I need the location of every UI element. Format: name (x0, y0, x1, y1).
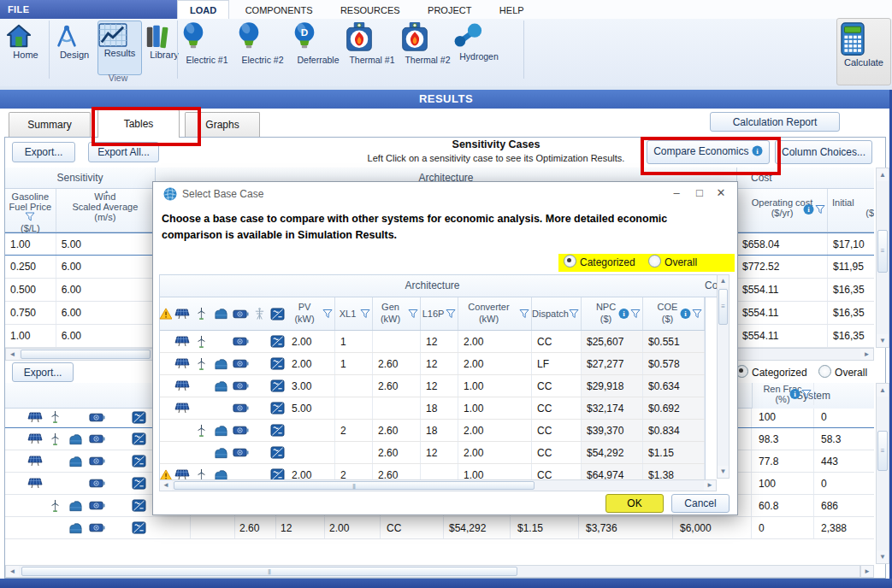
file-menu[interactable]: FILE (0, 0, 177, 19)
cost-row[interactable]: $658.04$17,10 (737, 232, 874, 256)
scroll-up-icon[interactable]: ▲ (718, 275, 729, 287)
scroll-right-icon[interactable]: ► (860, 349, 873, 360)
vertical-scrollbar[interactable]: ▲ ≡ ▼ (876, 168, 889, 348)
compare-economics-button[interactable]: Compare Economics i (647, 140, 770, 164)
scrollbar-thumb[interactable]: ≡ (877, 230, 888, 273)
ok-button[interactable]: OK (605, 494, 664, 513)
sensitivity-row[interactable]: 1.005.00 (5, 232, 155, 256)
gen-column-header[interactable]: Gen(kW) (373, 297, 421, 330)
info-icon[interactable]: i (803, 204, 814, 217)
design-button[interactable]: Design (53, 21, 96, 75)
scroll-left-icon[interactable]: ◄ (160, 480, 172, 491)
horizontal-scrollbar[interactable]: ◄ ⦀ ► (159, 479, 717, 491)
scrollbar-thumb[interactable] (21, 350, 151, 359)
ribbon-tab-components[interactable]: COMPONENTS (233, 1, 325, 20)
cost-row[interactable]: $554.11$16,35 (737, 302, 874, 325)
wind-scaled-average-column-header[interactable]: ▴ Wind Scaled Average (m/s) (56, 189, 155, 232)
hydrogen-load-button[interactable]: Hydrogen (452, 20, 506, 81)
cancel-button[interactable]: Cancel (671, 494, 730, 513)
ribbon-tab-project[interactable]: PROJECT (416, 1, 483, 20)
scroll-right-icon[interactable]: ► (704, 480, 716, 491)
export-button[interactable]: Export... (12, 142, 75, 162)
coe-column-header[interactable]: COE($)i (643, 297, 705, 330)
ribbon-tab-resources[interactable]: RESOURCES (328, 1, 412, 20)
scroll-right-icon[interactable]: ► (861, 566, 873, 577)
converter-column-header[interactable]: Converter(kW) (458, 297, 532, 330)
pv-column-header[interactable]: PV(kW) (287, 297, 335, 330)
scroll-down-icon[interactable]: ▼ (718, 466, 729, 478)
thermal-boiler-icon (400, 21, 455, 54)
results-button[interactable]: Results (97, 21, 142, 75)
scroll-up-icon[interactable]: ▲ (877, 168, 889, 181)
close-icon[interactable]: ✕ (712, 186, 730, 199)
wind-icon (49, 432, 62, 446)
tab-summary[interactable]: Summary (9, 112, 91, 137)
scrollbar-thumb[interactable]: ≡ (877, 431, 888, 471)
gasoline-fuel-price-column-header[interactable]: Gasoline Fuel Price ($/L) (5, 189, 56, 232)
filter-icon[interactable] (25, 213, 35, 223)
converter-icon (270, 379, 285, 392)
thermal2-load-button[interactable]: Thermal #2 (400, 20, 455, 81)
scroll-left-icon[interactable]: ◄ (6, 349, 19, 360)
vertical-scrollbar[interactable]: ▲ ≡ ▼ (717, 274, 730, 479)
ren-frac-column-header[interactable]: Ren Frac(%)i (752, 383, 814, 405)
cost-row[interactable]: $554.11$16,35 (737, 325, 874, 348)
tab-tables[interactable]: Tables (97, 109, 180, 138)
calculate-button[interactable]: Calculate (836, 18, 891, 85)
cost-row[interactable]: $772.52$11,95 (737, 256, 874, 279)
sensitivity-row[interactable]: 0.5006.00 (5, 279, 155, 302)
scrollbar-thumb[interactable]: ⦀ (174, 481, 535, 490)
tab-graphs[interactable]: Graphs (185, 112, 260, 137)
base-case-row[interactable]: 22.60182.00CC$39,370$0.834 (160, 420, 705, 442)
ribbon-tab-help[interactable]: HELP (487, 1, 536, 20)
electric1-load-button[interactable]: Electric #1 (180, 20, 234, 81)
scroll-up-icon[interactable]: ▲ (877, 384, 889, 397)
scrollbar-thumb[interactable]: ⦀ (21, 567, 517, 576)
sensitivity-row[interactable]: 0.2506.00 (5, 256, 155, 279)
npc-column-header[interactable]: NPC($)i (582, 297, 643, 330)
export-all-button[interactable]: Export All... (88, 142, 159, 162)
base-case-row[interactable]: 3.002.60121.00CC$29,918$0.634 (160, 375, 705, 397)
maximize-icon[interactable]: □ (690, 186, 709, 199)
scroll-left-icon[interactable]: ◄ (6, 566, 19, 577)
optimization-row[interactable]: 2.60122.00CC$54,292$1.15$3,736$6,00002,3… (5, 517, 874, 539)
horizontal-scrollbar[interactable]: ► (860, 565, 874, 578)
electric2-load-button[interactable]: Electric #2 (235, 20, 290, 81)
export-button-optimization[interactable]: Export... (12, 362, 74, 382)
base-case-row[interactable]: 2.0012.60122.00LF$27,277$0.578 (160, 353, 705, 375)
scrollbar-thumb[interactable]: ≡ (718, 289, 728, 325)
horizontal-scrollbar[interactable]: ◄ (5, 348, 156, 361)
overall-radio[interactable] (648, 255, 661, 268)
filter-icon[interactable] (815, 205, 825, 216)
sensitivity-row[interactable]: 1.006.00 (5, 325, 155, 348)
home-button[interactable]: Home (5, 21, 46, 75)
base-case-row[interactable]: 2.60122.00CC$54,292$1.15 (160, 442, 705, 464)
base-case-row[interactable]: 5.00181.00CC$32,174$0.692 (160, 397, 705, 420)
thermal1-load-button[interactable]: Thermal #1 (345, 20, 399, 81)
horizontal-scrollbar[interactable]: ► (737, 348, 874, 361)
dispatch-column-header[interactable]: Dispatch (532, 297, 582, 330)
cost-row[interactable]: $554.11$16,35 (737, 279, 874, 302)
ribbon-tab-load[interactable]: LOAD (177, 0, 229, 19)
calculation-report-button[interactable]: Calculation Report (710, 112, 840, 132)
optimization-cell: $6,000 (680, 522, 712, 534)
battery-icon (233, 447, 249, 458)
library-button[interactable]: Library (144, 21, 185, 75)
minimize-icon[interactable]: – (667, 186, 686, 199)
l16p-column-header[interactable]: L16P (421, 297, 458, 330)
overall-radio[interactable] (818, 365, 831, 378)
vertical-scrollbar[interactable]: ▲ ≡ ▼ (876, 383, 889, 564)
deferrable-load-button[interactable]: D Deferrable (291, 20, 346, 81)
base-case-row[interactable]: 2.001122.00CC$25,607$0.551 (160, 331, 705, 353)
column-choices-button[interactable]: Column Choices... (775, 140, 872, 164)
sensitivity-row[interactable]: 0.7506.00 (5, 302, 155, 325)
operating-cost-column-header[interactable]: Operating cost ($/yr) i (737, 189, 828, 232)
categorized-radio[interactable] (564, 255, 576, 268)
optimization-cell: CC (387, 522, 401, 534)
horizontal-scrollbar[interactable]: ◄ ⦀ (5, 565, 860, 578)
initial-capital-column-header[interactable]: Initial ($ (828, 189, 874, 232)
scroll-down-icon[interactable]: ▼ (877, 334, 889, 347)
xl1-column-header[interactable]: XL1 (335, 297, 373, 330)
scroll-down-icon[interactable]: ▼ (877, 550, 889, 563)
dialog-title-bar[interactable]: Select Base Case – □ ✕ (153, 182, 737, 206)
